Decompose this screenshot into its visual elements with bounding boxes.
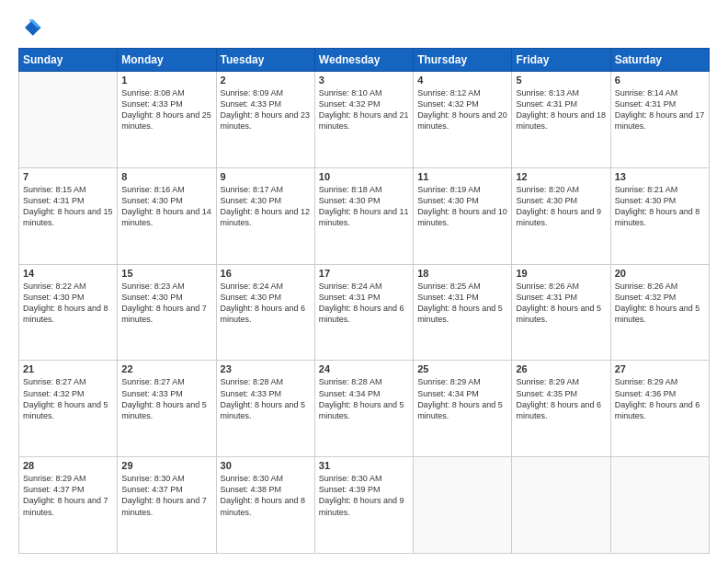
day-number: 22	[121, 363, 211, 374]
calendar-table: SundayMondayTuesdayWednesdayThursdayFrid…	[18, 48, 710, 554]
day-number: 25	[417, 363, 507, 374]
calendar-cell: 2Sunrise: 8:09 AM Sunset: 4:33 PM Daylig…	[216, 72, 314, 168]
weekday-header-friday: Friday	[512, 49, 610, 72]
week-row-4: 28Sunrise: 8:29 AM Sunset: 4:37 PM Dayli…	[19, 457, 710, 554]
week-row-3: 21Sunrise: 8:27 AM Sunset: 4:32 PM Dayli…	[19, 361, 710, 457]
day-number: 2	[221, 75, 311, 86]
cell-info: Sunrise: 8:20 AM Sunset: 4:30 PM Dayligh…	[516, 184, 606, 229]
calendar-cell: 3Sunrise: 8:10 AM Sunset: 4:32 PM Daylig…	[314, 72, 413, 168]
cell-info: Sunrise: 8:28 AM Sunset: 4:34 PM Dayligh…	[319, 376, 409, 421]
cell-info: Sunrise: 8:24 AM Sunset: 4:31 PM Dayligh…	[319, 281, 409, 326]
week-row-2: 14Sunrise: 8:22 AM Sunset: 4:30 PM Dayli…	[19, 264, 710, 361]
cell-info: Sunrise: 8:30 AM Sunset: 4:38 PM Dayligh…	[221, 473, 311, 518]
week-row-0: 1Sunrise: 8:08 AM Sunset: 4:33 PM Daylig…	[19, 72, 710, 168]
weekday-header-row: SundayMondayTuesdayWednesdayThursdayFrid…	[19, 49, 710, 72]
week-row-1: 7Sunrise: 8:15 AM Sunset: 4:31 PM Daylig…	[19, 167, 710, 264]
weekday-header-monday: Monday	[118, 49, 216, 72]
calendar-cell: 4Sunrise: 8:12 AM Sunset: 4:32 PM Daylig…	[414, 72, 512, 168]
day-number: 12	[516, 171, 606, 182]
day-number: 16	[221, 268, 311, 279]
cell-info: Sunrise: 8:26 AM Sunset: 4:31 PM Dayligh…	[516, 281, 606, 326]
day-number: 11	[417, 171, 507, 182]
logo-icon	[18, 15, 44, 40]
day-number: 20	[615, 268, 705, 279]
day-number: 18	[417, 268, 507, 279]
calendar-cell: 30Sunrise: 8:30 AM Sunset: 4:38 PM Dayli…	[216, 457, 314, 554]
cell-info: Sunrise: 8:10 AM Sunset: 4:32 PM Dayligh…	[319, 87, 409, 132]
cell-info: Sunrise: 8:19 AM Sunset: 4:30 PM Dayligh…	[417, 184, 507, 229]
cell-info: Sunrise: 8:29 AM Sunset: 4:35 PM Dayligh…	[516, 376, 606, 421]
day-number: 19	[516, 268, 606, 279]
day-number: 8	[121, 171, 211, 182]
calendar-cell: 10Sunrise: 8:18 AM Sunset: 4:30 PM Dayli…	[314, 167, 413, 264]
header	[18, 15, 710, 40]
calendar-cell	[19, 72, 118, 168]
calendar-cell: 29Sunrise: 8:30 AM Sunset: 4:37 PM Dayli…	[118, 457, 216, 554]
calendar-cell	[610, 457, 709, 554]
calendar-cell: 18Sunrise: 8:25 AM Sunset: 4:31 PM Dayli…	[414, 264, 512, 361]
calendar-cell: 31Sunrise: 8:30 AM Sunset: 4:39 PM Dayli…	[314, 457, 413, 554]
calendar-cell: 21Sunrise: 8:27 AM Sunset: 4:32 PM Dayli…	[19, 361, 118, 457]
calendar-cell: 12Sunrise: 8:20 AM Sunset: 4:30 PM Dayli…	[512, 167, 610, 264]
calendar-cell: 23Sunrise: 8:28 AM Sunset: 4:33 PM Dayli…	[216, 361, 314, 457]
calendar-cell: 6Sunrise: 8:14 AM Sunset: 4:31 PM Daylig…	[610, 72, 709, 168]
calendar-cell: 8Sunrise: 8:16 AM Sunset: 4:30 PM Daylig…	[118, 167, 216, 264]
logo	[18, 15, 48, 40]
calendar-cell: 17Sunrise: 8:24 AM Sunset: 4:31 PM Dayli…	[314, 264, 413, 361]
cell-info: Sunrise: 8:29 AM Sunset: 4:36 PM Dayligh…	[615, 376, 705, 421]
cell-info: Sunrise: 8:22 AM Sunset: 4:30 PM Dayligh…	[23, 281, 113, 326]
cell-info: Sunrise: 8:18 AM Sunset: 4:30 PM Dayligh…	[319, 184, 409, 229]
cell-info: Sunrise: 8:28 AM Sunset: 4:33 PM Dayligh…	[221, 376, 311, 421]
calendar-cell: 27Sunrise: 8:29 AM Sunset: 4:36 PM Dayli…	[610, 361, 709, 457]
cell-info: Sunrise: 8:12 AM Sunset: 4:32 PM Dayligh…	[417, 87, 507, 132]
day-number: 31	[319, 460, 409, 471]
day-number: 23	[221, 363, 311, 374]
day-number: 30	[221, 460, 311, 471]
cell-info: Sunrise: 8:27 AM Sunset: 4:32 PM Dayligh…	[23, 376, 113, 421]
calendar-cell: 1Sunrise: 8:08 AM Sunset: 4:33 PM Daylig…	[118, 72, 216, 168]
cell-info: Sunrise: 8:08 AM Sunset: 4:33 PM Dayligh…	[121, 87, 211, 132]
day-number: 27	[615, 363, 705, 374]
cell-info: Sunrise: 8:29 AM Sunset: 4:37 PM Dayligh…	[23, 473, 113, 518]
cell-info: Sunrise: 8:30 AM Sunset: 4:37 PM Dayligh…	[121, 473, 211, 518]
day-number: 6	[615, 75, 705, 86]
cell-info: Sunrise: 8:25 AM Sunset: 4:31 PM Dayligh…	[417, 281, 507, 326]
day-number: 26	[516, 363, 606, 374]
calendar-cell: 24Sunrise: 8:28 AM Sunset: 4:34 PM Dayli…	[314, 361, 413, 457]
calendar-cell	[512, 457, 610, 554]
calendar-cell: 22Sunrise: 8:27 AM Sunset: 4:33 PM Dayli…	[118, 361, 216, 457]
day-number: 10	[319, 171, 409, 182]
day-number: 24	[319, 363, 409, 374]
calendar-cell: 15Sunrise: 8:23 AM Sunset: 4:30 PM Dayli…	[118, 264, 216, 361]
cell-info: Sunrise: 8:26 AM Sunset: 4:32 PM Dayligh…	[615, 281, 705, 326]
calendar-cell: 5Sunrise: 8:13 AM Sunset: 4:31 PM Daylig…	[512, 72, 610, 168]
cell-info: Sunrise: 8:24 AM Sunset: 4:30 PM Dayligh…	[221, 281, 311, 326]
weekday-header-saturday: Saturday	[610, 49, 709, 72]
day-number: 4	[417, 75, 507, 86]
calendar-cell: 19Sunrise: 8:26 AM Sunset: 4:31 PM Dayli…	[512, 264, 610, 361]
cell-info: Sunrise: 8:30 AM Sunset: 4:39 PM Dayligh…	[319, 473, 409, 518]
day-number: 17	[319, 268, 409, 279]
cell-info: Sunrise: 8:13 AM Sunset: 4:31 PM Dayligh…	[516, 87, 606, 132]
cell-info: Sunrise: 8:21 AM Sunset: 4:30 PM Dayligh…	[615, 184, 705, 229]
day-number: 1	[121, 75, 211, 86]
day-number: 5	[516, 75, 606, 86]
day-number: 14	[23, 268, 113, 279]
cell-info: Sunrise: 8:23 AM Sunset: 4:30 PM Dayligh…	[121, 281, 211, 326]
calendar-cell: 28Sunrise: 8:29 AM Sunset: 4:37 PM Dayli…	[19, 457, 118, 554]
day-number: 7	[23, 171, 113, 182]
calendar-cell: 11Sunrise: 8:19 AM Sunset: 4:30 PM Dayli…	[414, 167, 512, 264]
calendar-cell: 14Sunrise: 8:22 AM Sunset: 4:30 PM Dayli…	[19, 264, 118, 361]
calendar-cell: 25Sunrise: 8:29 AM Sunset: 4:34 PM Dayli…	[414, 361, 512, 457]
day-number: 28	[23, 460, 113, 471]
calendar-cell: 16Sunrise: 8:24 AM Sunset: 4:30 PM Dayli…	[216, 264, 314, 361]
cell-info: Sunrise: 8:17 AM Sunset: 4:30 PM Dayligh…	[221, 184, 311, 229]
cell-info: Sunrise: 8:14 AM Sunset: 4:31 PM Dayligh…	[615, 87, 705, 132]
calendar-cell: 13Sunrise: 8:21 AM Sunset: 4:30 PM Dayli…	[610, 167, 709, 264]
weekday-header-sunday: Sunday	[19, 49, 118, 72]
day-number: 29	[121, 460, 211, 471]
day-number: 3	[319, 75, 409, 86]
calendar-cell: 26Sunrise: 8:29 AM Sunset: 4:35 PM Dayli…	[512, 361, 610, 457]
calendar-cell	[414, 457, 512, 554]
day-number: 13	[615, 171, 705, 182]
